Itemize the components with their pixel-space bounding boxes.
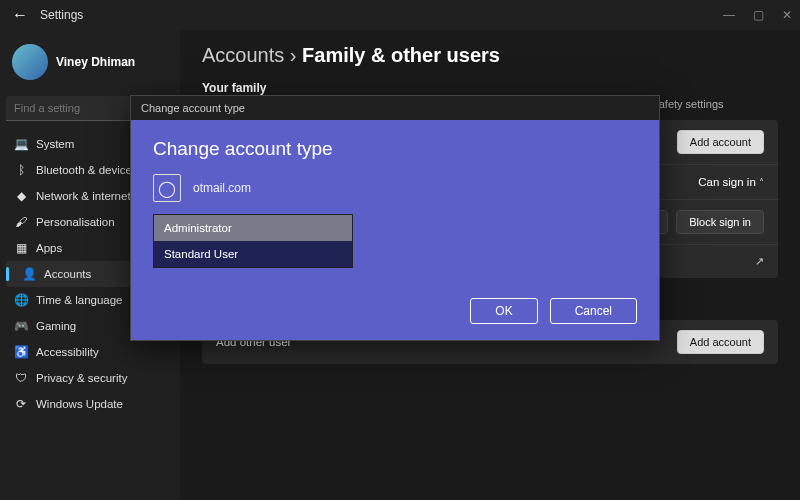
update-icon: ⟳ — [14, 397, 28, 411]
dialog-titlebar: Change account type — [131, 96, 659, 120]
option-administrator[interactable]: Administrator — [154, 215, 352, 241]
dialog-footer: OK Cancel — [153, 298, 637, 324]
personalisation-icon: 🖌 — [14, 215, 28, 229]
close-button[interactable]: ✕ — [782, 8, 792, 22]
add-other-account-button[interactable]: Add account — [677, 330, 764, 354]
family-heading: Your family — [202, 81, 778, 95]
nav-label: Apps — [36, 242, 62, 254]
cancel-button[interactable]: Cancel — [550, 298, 637, 324]
crumb-parent[interactable]: Accounts — [202, 44, 284, 66]
option-standard-user[interactable]: Standard User — [154, 241, 352, 267]
app-title: Settings — [40, 8, 83, 22]
dialog-user-email: otmail.com — [193, 181, 251, 195]
nav-label: Personalisation — [36, 216, 115, 228]
user-placeholder-icon: ◯ — [153, 174, 181, 202]
accessibility-icon: ♿ — [14, 345, 28, 359]
nav-label: Windows Update — [36, 398, 123, 410]
nav-label: Accounts — [44, 268, 91, 280]
chevron-up-icon: ˄ — [759, 177, 764, 188]
accounts-icon: 👤 — [22, 267, 36, 281]
gaming-icon: 🎮 — [14, 319, 28, 333]
signin-status: Can sign in — [698, 176, 756, 188]
block-signin-button[interactable]: Block sign in — [676, 210, 764, 234]
nav-label: System — [36, 138, 74, 150]
minimize-button[interactable]: ― — [723, 8, 735, 22]
crumb-current: Family & other users — [302, 44, 500, 66]
breadcrumb: Accounts › Family & other users — [202, 44, 778, 67]
time-icon: 🌐 — [14, 293, 28, 307]
nav-privacy[interactable]: 🛡Privacy & security — [6, 365, 174, 391]
nav-label: Time & language — [36, 294, 123, 306]
nav-label: Accessibility — [36, 346, 99, 358]
user-avatar — [12, 44, 48, 80]
nav-label: Privacy & security — [36, 372, 127, 384]
dialog-user: ◯ otmail.com — [153, 174, 637, 202]
nav-label: Network & internet — [36, 190, 131, 202]
titlebar: ← Settings ― ▢ ✕ — [0, 0, 800, 30]
privacy-icon: 🛡 — [14, 371, 28, 385]
ok-button[interactable]: OK — [470, 298, 537, 324]
window-controls: ― ▢ ✕ — [723, 8, 792, 22]
user-name: Viney Dhiman — [56, 55, 135, 69]
external-link-icon: ↗ — [755, 255, 764, 268]
crumb-sep: › — [290, 44, 297, 66]
network-icon: ◆ — [14, 189, 28, 203]
dialog-body: Change account type ◯ otmail.com Adminis… — [131, 120, 659, 340]
nav-accessibility[interactable]: ♿Accessibility — [6, 339, 174, 365]
user-card[interactable]: Viney Dhiman — [6, 38, 174, 86]
nav-label: Bluetooth & devices — [36, 164, 138, 176]
back-button[interactable]: ← — [8, 6, 32, 24]
account-type-dropdown[interactable]: Administrator Standard User — [153, 214, 353, 268]
bluetooth-icon: ᛒ — [14, 163, 28, 177]
apps-icon: ▦ — [14, 241, 28, 255]
system-icon: 💻 — [14, 137, 28, 151]
add-account-button[interactable]: Add account — [677, 130, 764, 154]
nav-label: Gaming — [36, 320, 76, 332]
change-account-type-dialog: Change account type Change account type … — [130, 95, 660, 341]
nav-update[interactable]: ⟳Windows Update — [6, 391, 174, 417]
dialog-heading: Change account type — [153, 138, 637, 160]
maximize-button[interactable]: ▢ — [753, 8, 764, 22]
